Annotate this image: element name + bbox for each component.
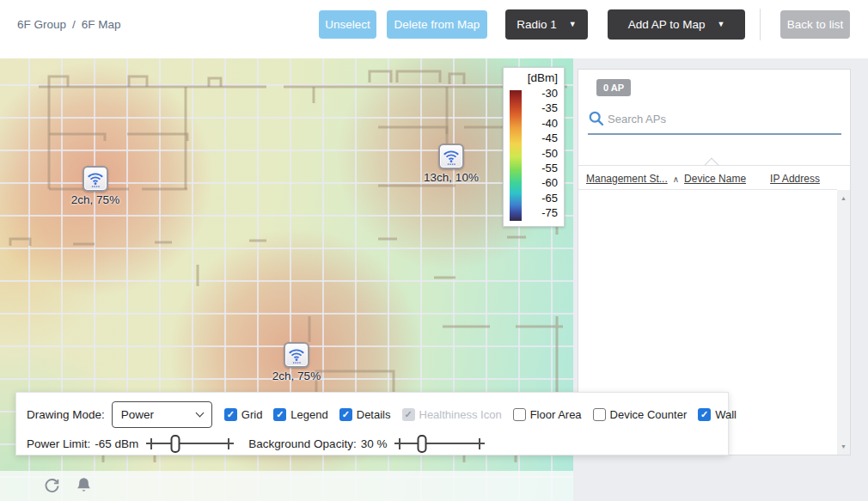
scroll-up-icon[interactable]: ▲ [837, 195, 850, 201]
checkbox-row: ✓Grid✓Legend✓Details✓Healthiness IconFlo… [224, 408, 737, 421]
ap-label: 2ch, 75% [245, 370, 348, 382]
checkbox-device-counter[interactable]: Device Counter [593, 408, 688, 421]
breadcrumb-current: 6F Map [82, 18, 121, 31]
checkbox-grid[interactable]: ✓Grid [224, 408, 263, 421]
unselect-button[interactable]: Unselect [319, 10, 376, 39]
legend-tick: -50 [541, 147, 558, 160]
legend-tick: -60 [541, 176, 558, 189]
search-input[interactable] [608, 109, 831, 128]
ap-marker[interactable] [438, 144, 464, 169]
checkbox-label: Device Counter [610, 408, 688, 421]
legend-tick: -55 [541, 162, 558, 174]
checkbox-checked-icon: ✓ [402, 408, 415, 421]
panel-divider [578, 165, 850, 166]
slider-tick [228, 438, 229, 449]
column-management-status[interactable]: Management St... [586, 173, 668, 185]
sort-ascending-icon[interactable]: ∧ [673, 174, 679, 184]
slider-tick [479, 438, 480, 449]
breadcrumb: 6F Group / 6F Map [17, 18, 121, 31]
dbm-legend: [dBm] -30-35-40-45-50-55-60-65-75 [503, 67, 565, 227]
drawing-mode-label: Drawing Mode: [27, 408, 105, 421]
ap-label: 2ch, 75% [44, 193, 147, 206]
sliders-row: Power Limit: -65 dBm Background Opacity:… [27, 434, 485, 453]
slider-tick [399, 438, 400, 449]
refresh-icon[interactable] [43, 477, 61, 495]
slider-tick [150, 438, 152, 449]
add-ap-to-map-dropdown[interactable]: Add AP to Map ▼ [608, 9, 745, 40]
checkbox-details[interactable]: ✓Details [339, 408, 391, 421]
table-header-row: Management St... ∧ Device Name IP Addres… [586, 173, 820, 185]
breadcrumb-separator: / [72, 18, 76, 31]
legend-tick: -65 [541, 192, 558, 205]
checkbox-wall[interactable]: ✓Wall [698, 408, 737, 421]
legend-tick: -75 [541, 206, 558, 219]
back-to-list-label: Back to list [787, 18, 843, 31]
table-header-underline [578, 189, 837, 190]
checkbox-label: Legend [290, 408, 327, 421]
legend-title: [dBm] [528, 71, 558, 84]
top-bar: 6F Group / 6F Map Unselect Delete from M… [0, 0, 868, 58]
scrollbar[interactable]: ▲ ▼ [837, 190, 850, 455]
power-limit-slider[interactable] [146, 435, 234, 453]
legend-ticks: -30-35-40-45-50-55-60-65-75 [526, 87, 558, 219]
legend-tick: -40 [541, 117, 558, 130]
checkbox-healthiness-icon: ✓Healthiness Icon [402, 408, 502, 421]
background-opacity-value: 30 % [361, 437, 388, 450]
checkbox-label: Details [357, 408, 391, 421]
ap-marker[interactable] [83, 166, 108, 192]
power-limit-label: Power Limit: [27, 437, 90, 450]
add-ap-label: Add AP to Map [628, 18, 706, 31]
ap-marker[interactable] [284, 342, 309, 368]
map-options-panel: Drawing Mode: Power ✓Grid✓Legend✓Details… [15, 392, 729, 455]
checkbox-checked-icon[interactable]: ✓ [273, 408, 286, 421]
back-to-list-button[interactable]: Back to list [780, 10, 850, 39]
chevron-down-icon: ▼ [569, 21, 577, 28]
notification-bell-icon[interactable] [75, 476, 93, 496]
column-ip-address[interactable]: IP Address [770, 173, 820, 185]
scroll-down-icon[interactable]: ▼ [837, 443, 850, 449]
column-device-name[interactable]: Device Name [684, 173, 746, 185]
options-row: Drawing Mode: Power ✓Grid✓Legend✓Details… [27, 400, 737, 429]
checkbox-label: Healthiness Icon [419, 408, 502, 421]
legend-tick: -35 [541, 101, 558, 114]
chevron-down-icon: ▼ [717, 21, 724, 28]
slider-track[interactable] [146, 443, 234, 444]
checkbox-label: Grid [241, 408, 263, 421]
checkbox-label: Floor Area [530, 408, 582, 421]
unselect-button-label: Unselect [325, 18, 370, 31]
radio-dropdown-label: Radio 1 [517, 18, 557, 31]
slider-track[interactable] [394, 443, 485, 444]
legend-tick: -30 [541, 87, 558, 100]
checkbox-checked-icon[interactable]: ✓ [224, 408, 237, 421]
power-limit-slider-thumb[interactable] [170, 435, 180, 453]
radio-dropdown[interactable]: Radio 1 ▼ [505, 9, 588, 40]
delete-from-map-button[interactable]: Delete from Map [387, 10, 487, 39]
search-underline [588, 133, 841, 135]
breadcrumb-group[interactable]: 6F Group [17, 18, 66, 31]
toolbar-divider [760, 9, 761, 40]
checkbox-legend[interactable]: ✓Legend [273, 408, 327, 421]
background-opacity-label: Background Opacity: [248, 437, 356, 450]
checkbox-label: Wall [715, 408, 737, 421]
background-opacity-slider[interactable] [394, 435, 485, 453]
checkbox-checked-icon[interactable]: ✓ [698, 408, 711, 421]
legend-color-scale [510, 90, 522, 221]
checkbox-unchecked-icon[interactable] [593, 408, 606, 421]
ap-count-badge: 0 AP [596, 79, 631, 96]
checkbox-checked-icon[interactable]: ✓ [339, 408, 352, 421]
power-limit-value: -65 dBm [95, 437, 138, 450]
opacity-slider-thumb[interactable] [417, 435, 426, 453]
checkbox-floor-area[interactable]: Floor Area [513, 408, 582, 421]
legend-tick: -45 [541, 131, 558, 144]
ap-label: 13ch, 10% [400, 171, 503, 184]
drawing-mode-select-wrap: Power [112, 401, 212, 428]
drawing-mode-select[interactable]: Power [112, 401, 212, 428]
delete-from-map-label: Delete from Map [394, 18, 480, 31]
checkbox-unchecked-icon[interactable] [513, 408, 526, 421]
search-icon [589, 111, 604, 126]
